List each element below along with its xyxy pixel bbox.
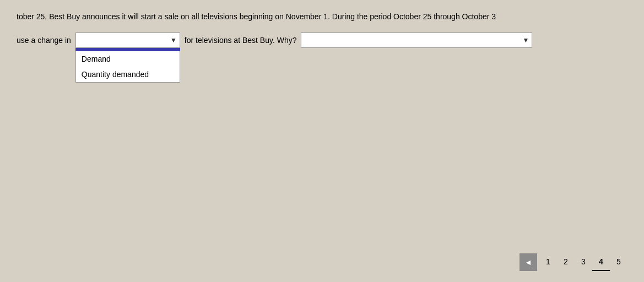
prev-icon: ◄ (524, 258, 532, 267)
pagination: ◄ 1 2 3 4 5 (519, 253, 627, 271)
page-container: tober 25, Best Buy announces it will sta… (0, 0, 644, 282)
pagination-prev-button[interactable]: ◄ (519, 253, 537, 271)
dropdown2-wrapper: ▼ (301, 32, 532, 48)
label-before: use a change in (17, 36, 71, 45)
dropdown-item-quantity-demanded[interactable]: Quantity demanded (76, 67, 180, 82)
dropdown1-wrapper: ▼ Demand Quantity demanded (75, 32, 180, 48)
dropdown1-open-list: Demand Quantity demanded (75, 48, 180, 83)
question-row: use a change in ▼ Demand Quantity demand… (17, 32, 627, 48)
intro-text: tober 25, Best Buy announces it will sta… (17, 11, 627, 23)
pagination-page-3[interactable]: 3 (575, 253, 592, 271)
pagination-page-1[interactable]: 1 (539, 253, 557, 271)
dropdown-options-list: Demand Quantity demanded (75, 51, 180, 83)
label-middle: for televisions at Best Buy. Why? (185, 36, 297, 45)
intro-text-content: tober 25, Best Buy announces it will sta… (17, 12, 496, 21)
pagination-page-2[interactable]: 2 (557, 253, 575, 271)
pagination-page-4[interactable]: 4 (592, 253, 610, 271)
pagination-page-5[interactable]: 5 (610, 253, 627, 271)
dropdown2-select[interactable] (301, 32, 532, 48)
dropdown1-input[interactable] (75, 32, 180, 48)
dropdown-item-demand[interactable]: Demand (76, 51, 180, 67)
